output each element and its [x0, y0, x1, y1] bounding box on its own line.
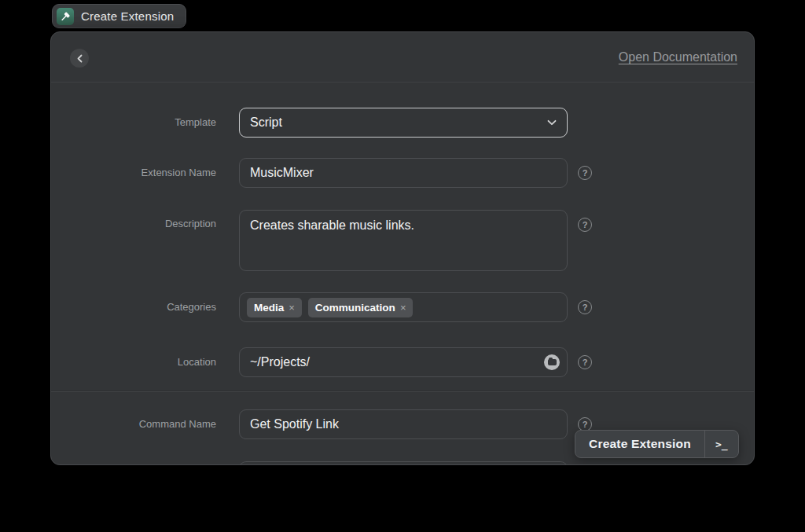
help-glyph: ?	[583, 303, 588, 312]
help-glyph: ?	[583, 168, 588, 178]
tag-label: Media	[254, 302, 284, 314]
window-title-tab[interactable]: Create Extension	[52, 4, 186, 28]
command-name-label: Command Name	[51, 409, 216, 439]
help-icon[interactable]: ?	[578, 166, 592, 180]
help-glyph: ?	[583, 420, 588, 429]
remove-tag-icon[interactable]: ×	[400, 302, 406, 314]
template-label: Template	[51, 108, 216, 138]
help-icon[interactable]: ?	[578, 218, 592, 232]
categories-label: Categories	[51, 292, 216, 322]
tag-media: Media ×	[247, 298, 302, 317]
create-extension-dialog: Open Documentation Template Script Exten…	[50, 31, 755, 465]
hammer-icon	[57, 8, 74, 25]
help-icon[interactable]: ?	[578, 355, 592, 369]
tag-label: Communication	[315, 302, 395, 314]
help-glyph: ?	[583, 220, 588, 229]
open-documentation-link[interactable]: Open Documentation	[619, 50, 737, 64]
extension-name-input[interactable]	[239, 158, 568, 188]
folder-icon	[548, 359, 557, 365]
description-label: Description	[51, 218, 216, 229]
template-select[interactable]: Script	[239, 108, 568, 138]
remove-tag-icon[interactable]: ×	[289, 302, 295, 314]
description-textarea[interactable]: Creates sharable music links.	[239, 210, 568, 271]
chevron-down-icon	[547, 119, 557, 126]
create-extension-button-label: Create Extension	[575, 431, 704, 457]
help-glyph: ?	[583, 358, 588, 367]
section-divider	[51, 391, 754, 392]
chevron-left-icon	[76, 54, 83, 63]
next-field-partial[interactable]	[239, 461, 568, 465]
back-button[interactable]	[70, 49, 89, 68]
terminal-icon: >_	[705, 431, 738, 457]
help-icon[interactable]: ?	[578, 300, 592, 314]
folder-picker-icon[interactable]	[544, 354, 560, 370]
template-selected-value: Script	[250, 116, 282, 130]
extension-name-label: Extension Name	[51, 158, 216, 188]
tag-communication: Communication ×	[308, 298, 414, 317]
create-extension-button[interactable]: Create Extension >_	[575, 430, 739, 458]
window-title: Create Extension	[81, 9, 174, 23]
categories-field[interactable]: Media × Communication ×	[239, 292, 568, 322]
command-name-input[interactable]	[239, 409, 568, 439]
desktop-background: Create Extension Open Documentation Temp…	[0, 0, 805, 532]
location-label: Location	[51, 347, 216, 377]
dialog-header: Open Documentation	[51, 32, 754, 83]
location-input[interactable]	[239, 347, 568, 377]
